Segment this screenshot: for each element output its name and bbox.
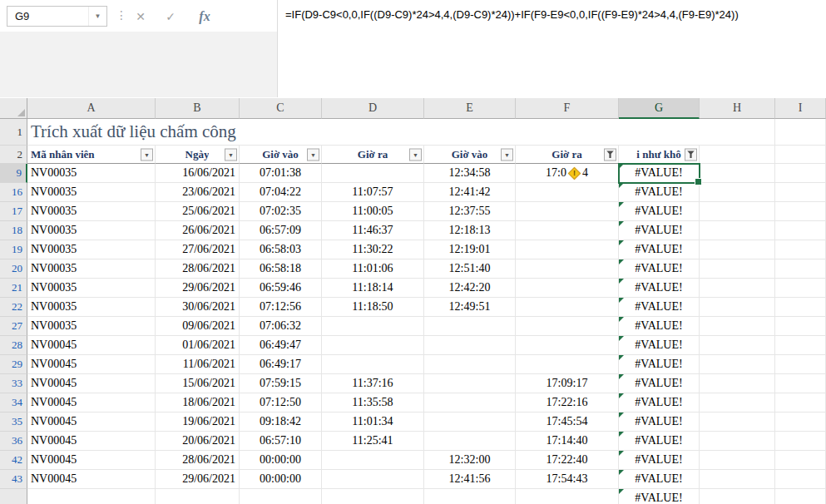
cell-I17[interactable]	[775, 202, 826, 221]
filter-button-D[interactable]: ▼	[409, 148, 422, 161]
cell-G9[interactable]: #VALUE!	[619, 164, 700, 183]
cell-G20[interactable]: #VALUE!	[619, 259, 700, 279]
cell-I43[interactable]	[775, 470, 826, 489]
cell-I[interactable]	[775, 489, 826, 504]
cell-E42[interactable]: 12:32:00	[424, 451, 516, 470]
cell-C36[interactable]: 06:57:10	[240, 432, 322, 451]
row-header-33[interactable]: 33	[0, 374, 27, 393]
cell-A33[interactable]: NV00045	[27, 374, 156, 393]
row-header-21[interactable]: 21	[0, 279, 27, 298]
filter-button-B[interactable]: ▼	[225, 148, 237, 161]
cell-B[interactable]	[156, 489, 240, 504]
cell-B42[interactable]: 28/06/2021	[156, 451, 240, 470]
cell-I28[interactable]	[775, 336, 826, 355]
cell-H35[interactable]	[700, 413, 775, 432]
cell-F20[interactable]	[516, 259, 619, 279]
enter-icon[interactable]: ✓	[158, 6, 183, 27]
cell-H18[interactable]	[700, 221, 775, 240]
cell-F27[interactable]	[516, 317, 619, 336]
row-header-43[interactable]: 43	[0, 470, 27, 489]
cell-H2[interactable]	[700, 146, 775, 164]
cell-C43[interactable]: 00:00:00	[240, 470, 322, 489]
cell-D21[interactable]: 11:18:14	[322, 279, 424, 298]
insert-function-icon[interactable]: fx	[192, 6, 217, 27]
cell-F19[interactable]	[516, 240, 619, 259]
name-box[interactable]: G9 ▼	[7, 6, 107, 27]
row-header-28[interactable]: 28	[0, 336, 27, 355]
cell-E9[interactable]: 12:34:58	[424, 164, 516, 183]
cell-F16[interactable]	[516, 183, 619, 202]
cell-A19[interactable]: NV00035	[27, 240, 156, 259]
cell-F34[interactable]: 17:22:16	[516, 393, 619, 413]
row-header-1[interactable]: 1	[0, 119, 27, 146]
cell-C29[interactable]: 06:49:17	[240, 355, 322, 374]
cell-D16[interactable]: 11:07:57	[322, 183, 424, 202]
cell-E22[interactable]: 12:49:51	[424, 298, 516, 317]
cell-E43[interactable]: 12:41:56	[424, 470, 516, 489]
cell-D17[interactable]: 11:00:05	[322, 202, 424, 221]
cell-G[interactable]: #VALUE!	[619, 489, 700, 504]
cell-G43[interactable]: #VALUE!	[619, 470, 700, 489]
cell-A27[interactable]: NV00035	[27, 317, 156, 336]
cell-C27[interactable]: 07:06:32	[240, 317, 322, 336]
cell-H36[interactable]	[700, 432, 775, 451]
column-header-I[interactable]: I	[775, 98, 826, 119]
cell-H28[interactable]	[700, 336, 775, 355]
cell-G28[interactable]: #VALUE!	[619, 336, 700, 355]
column-header-H[interactable]: H	[700, 98, 775, 119]
cell-A[interactable]	[27, 489, 156, 504]
cell-I20[interactable]	[775, 259, 826, 279]
formula-bar-splitter-icon[interactable]: ⋮	[116, 8, 127, 22]
cell-B17[interactable]: 25/06/2021	[156, 202, 240, 221]
cell-D42[interactable]	[322, 451, 424, 470]
cell-I19[interactable]	[775, 240, 826, 259]
cell-A28[interactable]: NV00045	[27, 336, 156, 355]
cell-A21[interactable]: NV00035	[27, 279, 156, 298]
cell-C20[interactable]: 06:58:18	[240, 259, 322, 279]
cell-D28[interactable]	[322, 336, 424, 355]
header-cell-D[interactable]: Giờ ra▼	[322, 146, 424, 164]
cell-H[interactable]	[700, 489, 775, 504]
cell-F[interactable]	[516, 489, 619, 504]
cell-I16[interactable]	[775, 183, 826, 202]
header-cell-C[interactable]: Giờ vào▼	[240, 146, 322, 164]
column-header-F[interactable]: F	[516, 98, 619, 119]
row-header-22[interactable]: 22	[0, 298, 27, 317]
cell-I33[interactable]	[775, 374, 826, 393]
cell-F36[interactable]: 17:14:40	[516, 432, 619, 451]
column-header-A[interactable]: A	[27, 98, 156, 119]
select-all-corner[interactable]	[0, 98, 27, 119]
filter-button-E[interactable]: ▼	[501, 148, 513, 161]
filter-applied-button-F[interactable]	[604, 148, 616, 161]
row-header-2[interactable]: 2	[0, 146, 27, 164]
cell-G29[interactable]: #VALUE!	[619, 355, 700, 374]
cell-B16[interactable]: 23/06/2021	[156, 183, 240, 202]
cell-H43[interactable]	[700, 470, 775, 489]
cell-G19[interactable]: #VALUE!	[619, 240, 700, 259]
cell-C34[interactable]: 07:12:50	[240, 393, 322, 413]
cell-E16[interactable]: 12:41:42	[424, 183, 516, 202]
cell-B34[interactable]: 18/06/2021	[156, 393, 240, 413]
cell-I27[interactable]	[775, 317, 826, 336]
cell-H9[interactable]	[700, 164, 775, 183]
cell-C17[interactable]: 07:02:35	[240, 202, 322, 221]
row-header-17[interactable]: 17	[0, 202, 27, 221]
cell-C16[interactable]: 07:04:22	[240, 183, 322, 202]
cell-G33[interactable]: #VALUE!	[619, 374, 700, 393]
cell-I42[interactable]	[775, 451, 826, 470]
cell-C42[interactable]: 00:00:00	[240, 451, 322, 470]
cell-G36[interactable]: #VALUE!	[619, 432, 700, 451]
cell-H16[interactable]	[700, 183, 775, 202]
cell-E35[interactable]	[424, 413, 516, 432]
cell-B19[interactable]: 27/06/2021	[156, 240, 240, 259]
cell-E34[interactable]	[424, 393, 516, 413]
cell-C[interactable]	[240, 489, 322, 504]
cell-C28[interactable]: 06:49:47	[240, 336, 322, 355]
cell-D18[interactable]: 11:46:37	[322, 221, 424, 240]
cell-B29[interactable]: 11/06/2021	[156, 355, 240, 374]
row-header-29[interactable]: 29	[0, 355, 27, 374]
cell-H17[interactable]	[700, 202, 775, 221]
cell-B18[interactable]: 26/06/2021	[156, 221, 240, 240]
cell-G18[interactable]: #VALUE!	[619, 221, 700, 240]
cell-D33[interactable]: 11:37:16	[322, 374, 424, 393]
